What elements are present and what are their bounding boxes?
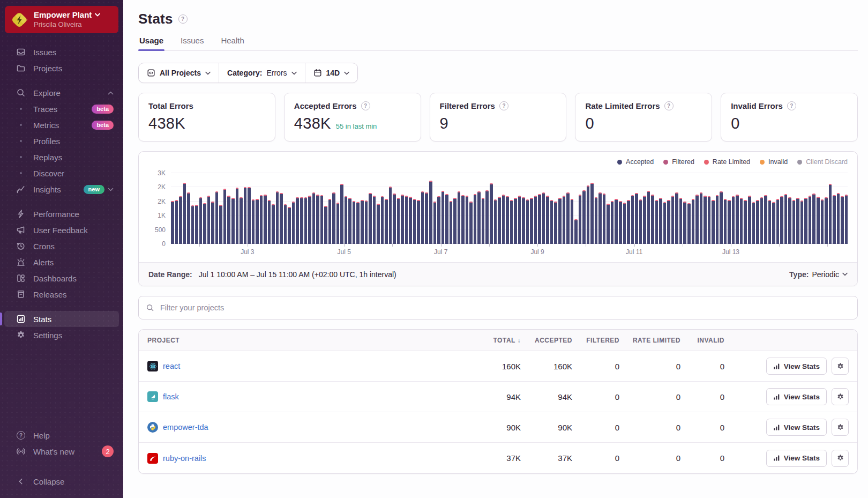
row-settings-button[interactable]	[832, 419, 849, 436]
sidebar-item-help[interactable]: ?Help	[4, 427, 119, 443]
page-help-icon[interactable]: ?	[178, 14, 188, 24]
sidebar-item-stats[interactable]: Stats	[4, 311, 119, 327]
usage-chart-panel: AcceptedFilteredRate LimitedInvalidClien…	[138, 151, 858, 286]
category-dropdown[interactable]: Category: Errors	[219, 63, 304, 83]
chart-bar	[655, 200, 659, 244]
x-tick	[441, 244, 442, 247]
chart-bar	[595, 197, 598, 244]
org-name: Empower Plant	[34, 10, 100, 19]
sidebar-item-releases[interactable]: Releases	[4, 286, 119, 302]
chart-bar	[215, 191, 219, 244]
sidebar-item-traces[interactable]: Tracesbeta	[4, 101, 119, 117]
sidebar-item-projects[interactable]: Projects	[4, 60, 119, 76]
chart-bar	[211, 202, 214, 244]
sidebar: Empower Plant Priscila Oliveira IssuesPr…	[0, 0, 123, 498]
chart-bar	[817, 197, 820, 244]
bullet-icon	[16, 140, 26, 142]
chevron-up-icon	[108, 91, 114, 95]
type-dropdown[interactable]: Type: Periodic	[789, 270, 848, 279]
chevron-down-icon	[205, 71, 211, 75]
sidebar-item-explore[interactable]: Explore	[4, 85, 119, 101]
chart-bar	[191, 205, 194, 244]
project-link[interactable]: flask	[163, 392, 179, 401]
chart-bar	[393, 194, 396, 244]
x-tick	[489, 244, 490, 247]
column-header-accepted[interactable]: ACCEPTED	[521, 337, 572, 344]
chart-bar	[260, 195, 263, 244]
sidebar-item-dashboards[interactable]: Dashboards	[4, 270, 119, 286]
project-link[interactable]: react	[163, 362, 180, 370]
project-search-input[interactable]	[159, 303, 850, 313]
project-link[interactable]: ruby-on-rails	[163, 454, 206, 463]
chart-bar	[675, 192, 678, 244]
sidebar-item-settings[interactable]: Settings	[4, 327, 119, 343]
help-icon[interactable]: ?	[499, 101, 508, 110]
column-header-rate-limited[interactable]: RATE LIMITED	[619, 337, 680, 344]
chart-bar	[312, 192, 316, 244]
tab-issues[interactable]: Issues	[179, 36, 205, 50]
row-actions: View Stats	[724, 419, 849, 436]
x-tick-label: Jul 11	[626, 248, 642, 256]
legend-dot-icon	[663, 160, 668, 165]
help-icon[interactable]: ?	[787, 101, 796, 110]
help-icon[interactable]: ?	[361, 101, 370, 110]
issues-icon	[16, 47, 26, 57]
legend-rate-limited[interactable]: Rate Limited	[704, 158, 750, 166]
sidebar-item-crons[interactable]: Crons	[4, 238, 119, 254]
chart-bar	[639, 199, 642, 244]
chart-bar	[542, 192, 545, 244]
column-header-project[interactable]: PROJECT	[147, 337, 467, 344]
view-stats-button[interactable]: View Stats	[766, 450, 827, 467]
chart-bar	[837, 193, 840, 244]
category-label: Category:	[227, 69, 262, 77]
sidebar-section: ExploreTracesbetaMetricsbetaProfilesRepl…	[0, 85, 123, 197]
chart-bar	[825, 197, 828, 244]
sidebar-item-profiles[interactable]: Profiles	[4, 133, 119, 149]
legend-accepted[interactable]: Accepted	[617, 158, 654, 166]
legend-label: Filtered	[672, 158, 694, 166]
chart-bar	[571, 199, 574, 244]
sidebar-item-user-feedback[interactable]: User Feedback	[4, 222, 119, 238]
date-range-dropdown[interactable]: 14D	[305, 63, 358, 83]
view-stats-button[interactable]: View Stats	[766, 388, 827, 405]
beta-badge: beta	[92, 105, 114, 114]
legend-client-discard[interactable]: Client Discard	[797, 158, 848, 166]
collapse-button[interactable]: Collapse	[4, 473, 119, 489]
legend-label: Invalid	[768, 158, 788, 166]
y-tick-label: 3K	[158, 169, 166, 177]
help-icon: ?	[16, 430, 26, 440]
sidebar-item-what-s-new[interactable]: What's new2	[4, 443, 119, 459]
tab-usage[interactable]: Usage	[138, 36, 164, 50]
stats-icon	[16, 314, 26, 324]
sidebar-item-discover[interactable]: Discover	[4, 165, 119, 181]
org-switcher[interactable]: Empower Plant Priscila Oliveira	[5, 6, 118, 33]
sidebar-item-label: User Feedback	[33, 226, 88, 235]
project-link[interactable]: empower-tda	[163, 423, 208, 432]
sidebar-item-replays[interactable]: Replays	[4, 149, 119, 165]
legend-filtered[interactable]: Filtered	[663, 158, 694, 166]
view-stats-button[interactable]: View Stats	[766, 419, 827, 436]
legend-invalid[interactable]: Invalid	[760, 158, 788, 166]
row-settings-button[interactable]	[832, 450, 849, 467]
sidebar-item-issues[interactable]: Issues	[4, 44, 119, 60]
sidebar-item-performance[interactable]: Performance	[4, 206, 119, 222]
period-value: 14D	[326, 69, 340, 77]
tab-health[interactable]: Health	[220, 36, 245, 50]
project-filter-dropdown[interactable]: All Projects	[139, 63, 219, 83]
help-icon[interactable]: ?	[664, 101, 674, 110]
view-stats-button[interactable]: View Stats	[766, 358, 827, 375]
chart-bar	[244, 187, 247, 244]
column-header-total[interactable]: TOTAL ↓	[467, 337, 521, 344]
project-cell: flask	[147, 391, 467, 402]
row-settings-button[interactable]	[832, 358, 849, 375]
cell-accepted: 37K	[521, 454, 572, 463]
column-header-invalid[interactable]: INVALID	[680, 337, 724, 344]
org-logo-icon	[10, 11, 28, 29]
sidebar-item-alerts[interactable]: Alerts	[4, 254, 119, 270]
column-header-filtered[interactable]: FILTERED	[572, 337, 619, 344]
row-settings-button[interactable]	[832, 388, 849, 405]
sidebar-item-metrics[interactable]: Metricsbeta	[4, 117, 119, 133]
chart-bar	[780, 196, 783, 244]
row-actions: View Stats	[724, 358, 849, 375]
sidebar-item-insights[interactable]: Insightsnew	[4, 181, 119, 197]
